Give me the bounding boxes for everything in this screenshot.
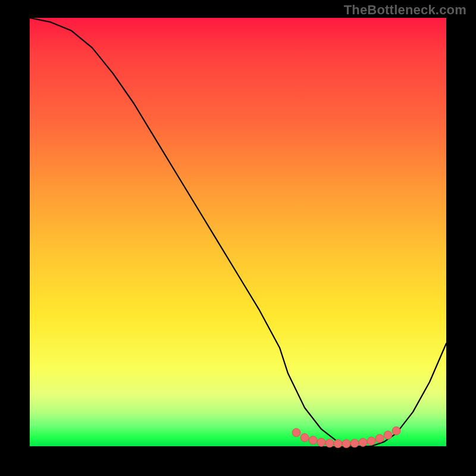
marker-dot	[342, 440, 350, 448]
marker-dot	[392, 427, 400, 435]
marker-dot	[334, 440, 342, 448]
marker-dot	[375, 434, 384, 443]
marker-dot	[359, 439, 367, 447]
bottleneck-curve	[30, 18, 446, 446]
marker-dot	[309, 436, 317, 444]
marker-dot	[317, 439, 325, 447]
plot-area	[30, 18, 446, 446]
marker-dot	[367, 437, 375, 445]
marker-dot	[325, 439, 334, 447]
marker-dot	[350, 439, 359, 447]
marker-cluster	[292, 427, 400, 448]
figure-frame: TheBottleneck.com	[0, 0, 476, 476]
chart-overlay	[30, 18, 446, 446]
marker-dot	[384, 431, 392, 439]
marker-dot	[300, 434, 309, 442]
watermark-text: TheBottleneck.com	[344, 2, 466, 18]
marker-dot	[292, 428, 300, 437]
